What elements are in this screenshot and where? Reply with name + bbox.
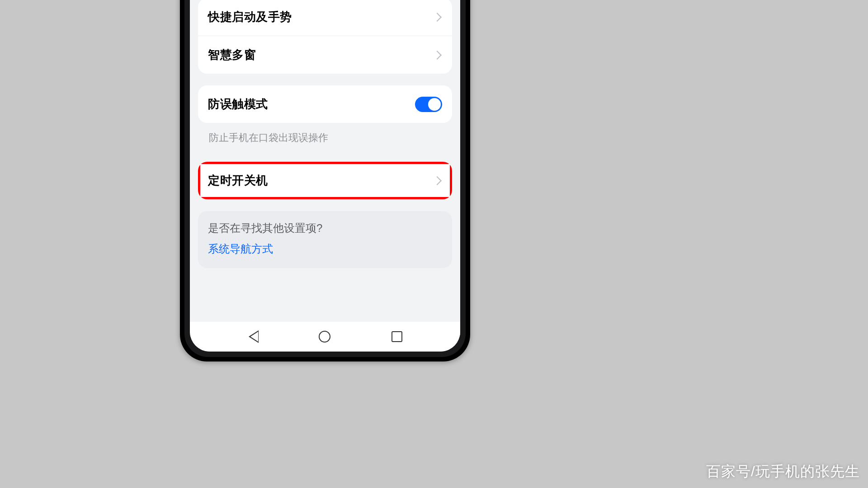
nav-recent-icon[interactable] xyxy=(392,331,402,342)
system-nav-bar xyxy=(190,322,460,352)
suggestion-link-system-navigation[interactable]: 系统导航方式 xyxy=(208,242,442,256)
settings-scroll-content: 快捷启动及手势 智慧多窗 防误触模式 xyxy=(190,0,460,268)
settings-card-scheduled-power: 定时开关机 xyxy=(198,162,452,199)
row-label: 快捷启动及手势 xyxy=(208,9,292,25)
row-label: 防误触模式 xyxy=(208,96,268,112)
nav-back-icon[interactable] xyxy=(248,330,258,343)
phone-frame: 快捷启动及手势 智慧多窗 防误触模式 xyxy=(180,0,470,361)
chevron-right-icon xyxy=(433,176,442,185)
nav-home-icon[interactable] xyxy=(319,331,330,343)
phone-screen: 快捷启动及手势 智慧多窗 防误触模式 xyxy=(190,0,460,352)
mistouch-toggle[interactable] xyxy=(415,97,442,112)
settings-card-gestures: 快捷启动及手势 智慧多窗 xyxy=(198,0,452,74)
row-label: 智慧多窗 xyxy=(208,47,256,63)
row-smart-multiwindow[interactable]: 智慧多窗 xyxy=(198,36,452,74)
row-scheduled-power[interactable]: 定时开关机 xyxy=(198,162,452,199)
chevron-right-icon xyxy=(433,13,442,22)
suggestion-card: 是否在寻找其他设置项? 系统导航方式 xyxy=(198,211,452,268)
suggestion-question: 是否在寻找其他设置项? xyxy=(208,221,442,235)
row-shortcut-gestures[interactable]: 快捷启动及手势 xyxy=(198,0,452,36)
settings-card-mistouch: 防误触模式 xyxy=(198,85,452,123)
row-mistouch-mode[interactable]: 防误触模式 xyxy=(198,85,452,123)
mistouch-helper-text: 防止手机在口袋出现误操作 xyxy=(198,129,452,154)
toggle-knob xyxy=(428,98,441,111)
image-watermark: 百家号/玩手机的张先生 xyxy=(706,462,860,482)
phone-bezel: 快捷启动及手势 智慧多窗 防误触模式 xyxy=(184,0,466,357)
row-label: 定时开关机 xyxy=(208,173,268,188)
chevron-right-icon xyxy=(433,51,442,60)
